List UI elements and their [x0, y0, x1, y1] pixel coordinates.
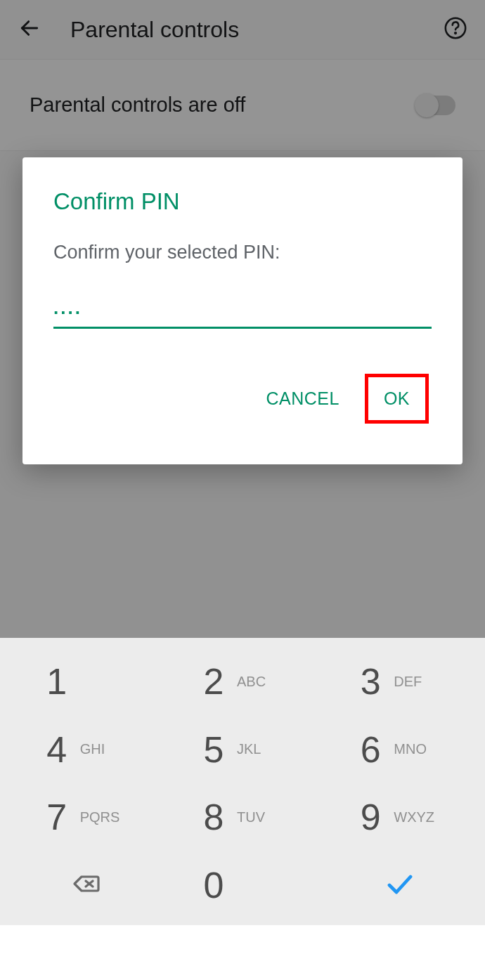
- back-nav-button[interactable]: [340, 940, 366, 965]
- key-6[interactable]: 6 MNO: [321, 716, 478, 784]
- cancel-button[interactable]: CANCEL: [266, 388, 339, 409]
- key-letters: WXYZ: [394, 809, 444, 825]
- key-digit: 0: [198, 864, 230, 906]
- key-letters: MNO: [394, 741, 444, 757]
- backspace-key[interactable]: [7, 851, 164, 920]
- key-5[interactable]: 5 JKL: [164, 716, 321, 784]
- recent-apps-button[interactable]: [119, 940, 145, 965]
- key-letters: ABC: [237, 674, 287, 690]
- confirm-key[interactable]: [321, 851, 478, 920]
- home-button[interactable]: [230, 940, 255, 965]
- pin-input[interactable]: ....: [53, 299, 432, 329]
- key-digit: 7: [41, 796, 73, 838]
- key-digit: 5: [198, 729, 230, 771]
- backspace-icon: [69, 867, 103, 903]
- dialog-message: Confirm your selected PIN:: [53, 242, 432, 263]
- system-navigation-bar: [0, 925, 485, 980]
- key-digit: 9: [354, 796, 387, 838]
- key-7[interactable]: 7 PQRS: [7, 783, 164, 851]
- key-9[interactable]: 9 WXYZ: [321, 783, 478, 851]
- dialog-title: Confirm PIN: [53, 188, 432, 215]
- key-8[interactable]: 8 TUV: [164, 783, 321, 851]
- key-1[interactable]: 1: [7, 648, 164, 716]
- key-digit: 6: [354, 729, 387, 771]
- key-digit: 2: [198, 660, 230, 703]
- ok-button[interactable]: OK: [365, 374, 429, 424]
- key-letters: PQRS: [80, 809, 131, 825]
- key-letters: DEF: [394, 674, 444, 690]
- key-2[interactable]: 2 ABC: [164, 648, 321, 716]
- key-0[interactable]: 0: [164, 851, 321, 920]
- key-4[interactable]: 4 GHI: [7, 716, 164, 784]
- key-3[interactable]: 3 DEF: [321, 648, 478, 716]
- key-digit: 3: [354, 660, 387, 703]
- key-digit: 8: [198, 796, 230, 838]
- check-icon: [382, 867, 416, 903]
- numeric-keypad: 1 2 ABC 3 DEF 4 GHI 5 JKL 6 MNO 7 PQRS 8…: [0, 638, 485, 925]
- key-letters: GHI: [80, 741, 131, 757]
- pin-input-value: ....: [53, 299, 432, 317]
- confirm-pin-dialog: Confirm PIN Confirm your selected PIN: .…: [22, 157, 463, 464]
- key-letters: JKL: [237, 741, 287, 757]
- key-digit: 1: [41, 660, 73, 703]
- key-digit: 4: [41, 729, 73, 771]
- key-letters: TUV: [237, 809, 287, 825]
- dialog-actions: CANCEL OK: [53, 374, 432, 424]
